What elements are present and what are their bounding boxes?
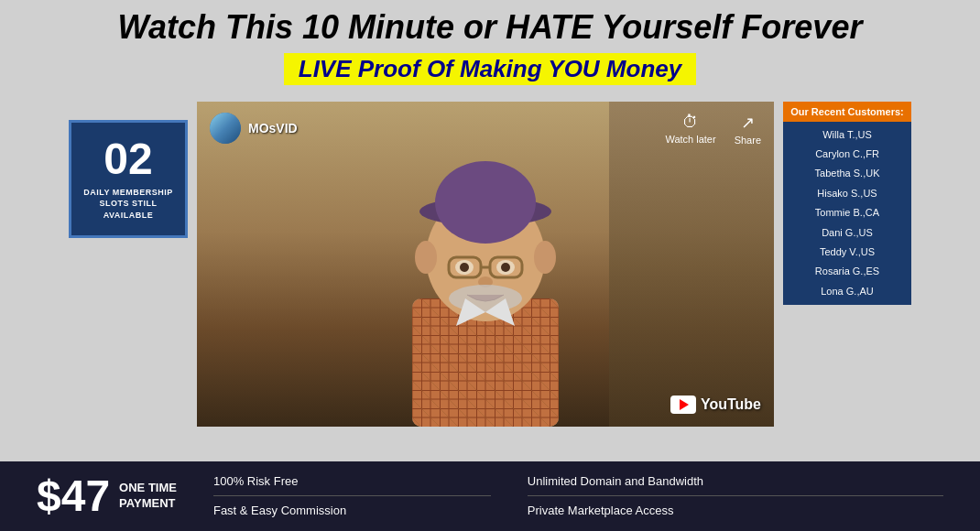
badge-number: 02: [81, 137, 176, 181]
price-amount: $47: [37, 474, 110, 518]
customer-item: Rosaria G.,ES: [783, 262, 911, 281]
customer-item: Tommie B.,CA: [783, 203, 911, 222]
price-section: $47 ONE TIME PAYMENT: [37, 474, 177, 518]
svg-point-12: [501, 263, 510, 272]
youtube-watermark: YouTube: [670, 396, 761, 414]
person-figure: [330, 115, 641, 427]
feature-item: Unlimited Domain and Bandwidth: [528, 474, 943, 488]
customers-panel: Our Recent Customers: Willa T.,USCarylon…: [783, 102, 911, 306]
badge-label: DAILY MEMBERSHIP SLOTS STILL AVAILABLE: [81, 187, 176, 222]
customer-item: Tabetha S.,UK: [783, 164, 911, 183]
watch-later-label: Watch later: [665, 134, 715, 145]
video-container[interactable]: MOsVID ⏱ Watch later ↗ Share YouTube: [197, 102, 774, 427]
customer-item: Dani G.,US: [783, 223, 911, 243]
svg-point-16: [534, 241, 556, 274]
svg-point-11: [460, 263, 469, 272]
customer-item: Carylon C.,FR: [783, 145, 911, 164]
main-content: 02 DAILY MEMBERSHIP SLOTS STILL AVAILABL…: [0, 92, 980, 436]
channel-avatar: [210, 113, 241, 144]
bottom-bar: $47 ONE TIME PAYMENT 100% Risk FreeFast …: [0, 461, 980, 531]
share-label: Share: [735, 135, 761, 146]
svg-point-15: [415, 241, 437, 274]
main-headline: Watch This 10 Minute or HATE Yourself Fo…: [18, 9, 962, 46]
share-icon: ↗: [741, 113, 755, 133]
features-col-2: Unlimited Domain and BandwidthPrivate Ma…: [528, 474, 943, 517]
features-col-1: 100% Risk FreeFast & Easy Commission: [213, 474, 491, 517]
svg-point-5: [435, 161, 536, 244]
customers-header: Our Recent Customers:: [783, 102, 911, 122]
subtitle-highlight: LIVE Proof Of Making YOU Money: [284, 53, 696, 85]
feature-divider: [213, 495, 491, 496]
share-button[interactable]: ↗ Share: [735, 113, 761, 146]
feature-item: 100% Risk Free: [213, 474, 491, 488]
feature-item: Private Marketplace Access: [528, 504, 943, 517]
customer-item: Lona G.,AU: [783, 282, 911, 301]
sub-headline: LIVE Proof Of Making YOU Money: [299, 55, 681, 83]
feature-divider: [528, 495, 943, 496]
customer-item: Hisako S.,US: [783, 184, 911, 203]
channel-name: MOsVID: [248, 121, 298, 135]
watch-later-icon: ⏱: [682, 113, 699, 132]
youtube-play-btn: [670, 396, 696, 414]
customer-item: Teddy V.,US: [783, 243, 911, 262]
customer-item: Willa T.,US: [783, 125, 911, 145]
video-actions: ⏱ Watch later ↗ Share: [665, 113, 761, 146]
svg-point-14: [449, 285, 522, 312]
youtube-label: YouTube: [701, 396, 761, 413]
page-header: Watch This 10 Minute or HATE Yourself Fo…: [0, 0, 980, 92]
play-triangle: [680, 399, 689, 410]
feature-item: Fast & Easy Commission: [213, 504, 491, 517]
video-frame[interactable]: MOsVID ⏱ Watch later ↗ Share YouTube: [197, 102, 774, 427]
price-label: ONE TIME PAYMENT: [119, 481, 177, 512]
channel-info: MOsVID: [210, 113, 298, 144]
customers-list: Willa T.,USCarylon C.,FRTabetha S.,UKHis…: [783, 122, 911, 306]
watch-later-button[interactable]: ⏱ Watch later: [665, 113, 715, 145]
membership-badge: 02 DAILY MEMBERSHIP SLOTS STILL AVAILABL…: [69, 120, 188, 239]
